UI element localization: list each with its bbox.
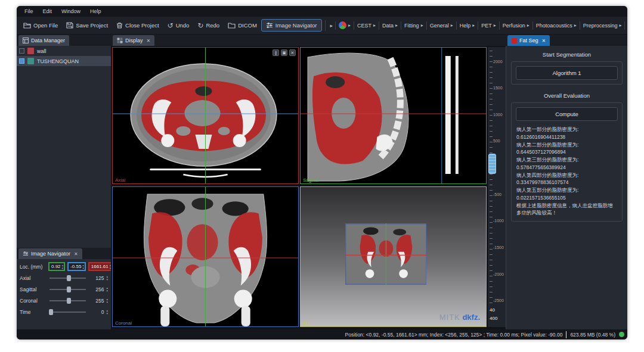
- data-manager-panel: wall TUSHENGQUAN: [17, 46, 111, 248]
- scale-tick-label: 500: [493, 139, 500, 143]
- status-bar: Position: <0.92, -0.55, 1661.61> mm; Ind…: [17, 329, 627, 339]
- menu-edit[interactable]: Edit: [39, 7, 57, 15]
- color-wheel-icon: [339, 21, 346, 29]
- save-project-button[interactable]: Save Project: [62, 20, 112, 31]
- spinner-arrows-icon[interactable]: ▴▾: [62, 264, 64, 269]
- slider-handle[interactable]: [67, 298, 71, 304]
- visibility-checkbox[interactable]: [19, 48, 24, 54]
- loc-label: Loc. (mm): [20, 264, 46, 270]
- result-line: 病人第三部分的脂肪密度为: 0.5784775656389924: [516, 156, 617, 172]
- levelwindow-scale[interactable]: 2000 1500 1000 500 0 -500 -1000 -1500 -2…: [488, 47, 506, 327]
- fat-seg-icon: [512, 38, 517, 43]
- view-menu-fitting[interactable]: Fitting▸: [402, 21, 426, 30]
- memory-status-icon: [619, 332, 624, 337]
- scale-tick-label: -1500: [493, 245, 504, 250]
- layout-menu-icon[interactable]: ▣: [281, 49, 287, 56]
- image-navigator-panel: Loc. (mm) 0.92 ▴▾ -0.55 ▴▾ 1661.61 ▴▾ Ax…: [17, 259, 111, 329]
- evaluation-results: 病人第一部分的脂肪密度为: 0.6126016904411238 病人第二部分的…: [516, 126, 618, 217]
- trash-icon: [116, 22, 123, 29]
- chevron-right-icon: ▸: [472, 23, 475, 28]
- menu-file[interactable]: File: [20, 7, 38, 15]
- menu-bar: File Edit Window Help: [17, 6, 627, 17]
- toolbar-overflow-icon[interactable]: ▸: [329, 23, 335, 29]
- color-views-menu[interactable]: ▸: [336, 20, 353, 31]
- data-node-tushengquan[interactable]: TUSHENGQUAN: [17, 56, 111, 66]
- display-grid-icon: [117, 38, 123, 43]
- redo-button[interactable]: ↻ Redo: [193, 19, 224, 32]
- start-segmentation-title: Start Segmentation: [506, 51, 627, 58]
- image-navigator-button[interactable]: Image Navigator: [261, 19, 322, 32]
- close-icon[interactable]: ✕: [74, 251, 78, 257]
- redo-icon: ↻: [197, 21, 203, 30]
- loc-x-spinbox[interactable]: 0.92 ▴▾: [48, 262, 65, 271]
- levelwindow-handle[interactable]: [488, 154, 496, 174]
- display-area: ∥ ▣ ✕ Axial Sagittal: [111, 46, 506, 329]
- loc-z-spinbox[interactable]: 1661.61 ▴▾: [88, 262, 113, 271]
- separator: [354, 21, 354, 30]
- sagittal-slider-label: Sagittal: [20, 286, 46, 292]
- view-menu-help[interactable]: Help▸: [457, 21, 478, 30]
- memory-status-text: 623.85 MB (0.48 %): [570, 332, 615, 338]
- threed-viewport[interactable]: MITK dkfz. 3D: [300, 186, 487, 327]
- algorithm-1-button[interactable]: Algorithm 1: [516, 66, 618, 80]
- chevron-right-icon: ▸: [494, 23, 496, 28]
- tab-image-navigator[interactable]: Image Navigator ✕: [18, 248, 82, 259]
- spinner-arrows-icon[interactable]: ▴▾: [106, 286, 108, 292]
- chevron-right-icon: ▸: [527, 23, 530, 28]
- visibility-checkbox[interactable]: [19, 58, 24, 64]
- undo-button[interactable]: ↺ Undo: [163, 19, 194, 32]
- view-menu-general[interactable]: General▸: [428, 21, 456, 30]
- window-value: 400: [490, 316, 497, 321]
- separator: [426, 21, 427, 30]
- view-menu-perfusion[interactable]: Perfusion▸: [500, 21, 532, 30]
- tab-display[interactable]: Display ✕: [113, 35, 154, 46]
- view-menu-cest[interactable]: CEST▸: [355, 21, 378, 30]
- axial-slider[interactable]: [48, 275, 87, 282]
- crosshair-toggle-icon[interactable]: ∥: [273, 49, 279, 56]
- sagittal-slider[interactable]: [48, 286, 87, 293]
- separator: [401, 21, 401, 30]
- close-project-button[interactable]: Close Project: [112, 20, 163, 31]
- time-slider[interactable]: [48, 309, 87, 316]
- spinner-arrows-icon[interactable]: ▴▾: [82, 264, 84, 269]
- close-icon[interactable]: ✕: [147, 38, 151, 43]
- separator: [335, 21, 336, 30]
- view-menu-photoacoustics[interactable]: Photoacoustics▸: [534, 21, 579, 30]
- menu-window[interactable]: Window: [57, 7, 85, 15]
- data-manager-icon: [23, 38, 29, 43]
- dicom-button[interactable]: DICOM: [224, 20, 261, 31]
- fat-seg-tabstrip: Fat Seg ✕: [506, 35, 627, 46]
- fullscreen-icon[interactable]: ✕: [289, 49, 296, 56]
- view-menu-preprocessing[interactable]: Preprocessing▸: [581, 21, 624, 30]
- slider-handle[interactable]: [49, 309, 53, 315]
- view-menu-quantification[interactable]: Quantification▸: [626, 21, 627, 30]
- spinner-arrows-icon[interactable]: ▴▾: [106, 275, 108, 281]
- scale-tick-label: 2000: [493, 59, 503, 63]
- undo-icon: ↺: [168, 21, 174, 30]
- open-folder-icon: [23, 22, 31, 29]
- data-node-wall[interactable]: wall: [17, 46, 111, 56]
- tab-fat-seg[interactable]: Fat Seg ✕: [507, 35, 550, 46]
- axial-ct-image: [113, 48, 298, 183]
- sagittal-viewport[interactable]: Sagittal: [300, 47, 487, 184]
- view-menu-pet[interactable]: PET▸: [479, 21, 499, 30]
- slider-handle[interactable]: [67, 286, 71, 292]
- spinner-arrows-icon[interactable]: ▴▾: [106, 298, 108, 303]
- sagittal-viewport-label: Sagittal: [303, 177, 319, 183]
- menu-help[interactable]: Help: [86, 7, 106, 15]
- view-menu-data[interactable]: Data▸: [380, 21, 400, 30]
- loc-y-spinbox[interactable]: -0.55 ▴▾: [67, 262, 86, 271]
- scale-tick-label: 1000: [493, 112, 503, 116]
- coronal-slider[interactable]: [48, 297, 87, 304]
- result-conclusion: 根据上述脂肪密度信息，病人患盆腔脂肪增多症的风险较高！: [516, 202, 617, 217]
- coronal-viewport[interactable]: Coronal: [112, 186, 299, 327]
- sagittal-ct-image: [301, 48, 486, 183]
- open-file-button[interactable]: Open File: [19, 20, 62, 31]
- compute-button[interactable]: Compute: [516, 107, 618, 121]
- close-icon[interactable]: ✕: [542, 38, 546, 43]
- slider-handle[interactable]: [67, 275, 71, 281]
- axial-viewport[interactable]: ∥ ▣ ✕ Axial: [112, 47, 299, 184]
- fat-seg-panel: Start Segmentation Algorithm 1 Overall E…: [506, 46, 627, 329]
- tab-data-manager[interactable]: Data Manager: [18, 35, 69, 46]
- spinner-arrows-icon[interactable]: ▴▾: [106, 309, 108, 314]
